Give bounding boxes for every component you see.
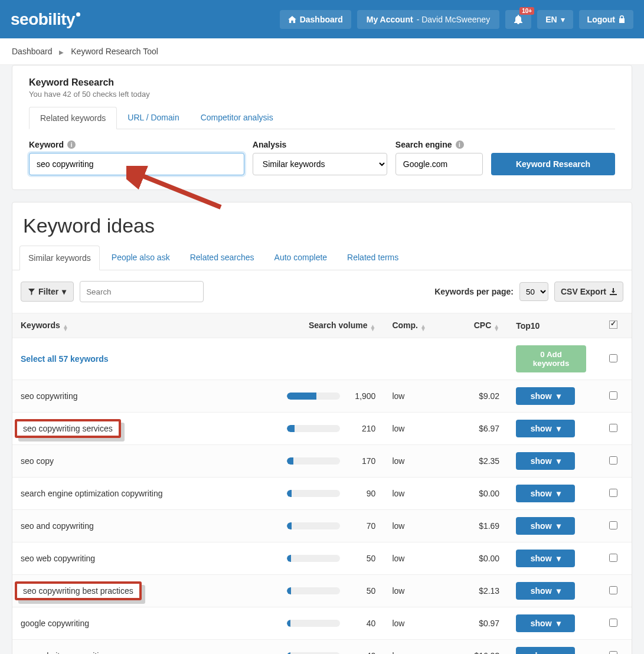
filter-button[interactable]: Filter ▾ [21, 282, 74, 302]
chevron-right-icon: ▶ [59, 49, 64, 55]
logout-button[interactable]: Logout [579, 10, 633, 29]
tab-similar[interactable]: Similar keywords [19, 246, 100, 270]
cell-search-volume: 170 [279, 445, 384, 478]
search-input[interactable] [80, 281, 204, 302]
topbar: seobility Dashboard My Account - David M… [0, 0, 644, 38]
keyword-ideas-panel: Keyword ideas Similar keywords People al… [12, 202, 632, 654]
show-button[interactable]: show ▾ [516, 387, 575, 405]
kpp-select[interactable]: 50 [519, 282, 548, 301]
row-checkbox[interactable] [609, 651, 617, 655]
row-checkbox[interactable] [609, 489, 617, 497]
show-button[interactable]: show ▾ [516, 550, 575, 567]
select-all-row: Select all 57 keywords 0 Add keywords [12, 338, 632, 380]
info-icon[interactable]: i [67, 140, 76, 149]
select-all-checkbox[interactable] [609, 354, 617, 362]
panel-subtitle: You have 42 of 50 checks left today [29, 90, 615, 99]
cell-cpc: $0.00 [446, 542, 508, 575]
engine-input[interactable] [395, 153, 483, 175]
tab-url-domain[interactable]: URL / Domain [117, 107, 189, 129]
breadcrumb-dashboard[interactable]: Dashboard [12, 47, 53, 56]
cell-comp: low [384, 510, 446, 542]
show-button[interactable]: show ▾ [516, 420, 575, 437]
keyword-label: Keyword i [29, 140, 244, 149]
highlight-box: seo copywriting services [15, 419, 121, 438]
col-top10: Top10 [508, 313, 594, 338]
col-keywords[interactable]: Keywords▲▼ [12, 313, 279, 338]
volume-bar [287, 587, 340, 594]
row-checkbox[interactable] [609, 391, 617, 400]
table-row: seo website copywriting 40 low $16.03 sh… [12, 640, 632, 655]
col-comp[interactable]: Comp.▲▼ [384, 313, 446, 338]
lang-button[interactable]: EN ▾ [537, 10, 573, 29]
analysis-select[interactable]: Similar keywords [253, 153, 387, 175]
tab-related-searches[interactable]: Related searches [182, 246, 263, 270]
cell-keyword: seo copywriting services [12, 413, 279, 445]
analysis-label: Analysis [253, 140, 387, 149]
chevron-down-icon: ▾ [557, 521, 561, 531]
notif-badge: 10+ [519, 7, 534, 15]
col-checkall[interactable] [594, 313, 632, 338]
row-checkbox[interactable] [609, 554, 617, 562]
tab-related-terms[interactable]: Related terms [339, 246, 407, 270]
notifications-button[interactable]: 10+ [505, 10, 531, 29]
cell-keyword: search engine optimization copywriting [12, 478, 279, 510]
row-checkbox[interactable] [609, 424, 617, 432]
cell-keyword: google copywriting [12, 607, 279, 640]
cell-search-volume: 90 [279, 478, 384, 510]
show-button[interactable]: show ▾ [516, 517, 575, 535]
cell-cpc: $0.00 [446, 478, 508, 510]
show-button[interactable]: show ▾ [516, 614, 575, 632]
cell-search-volume: 50 [279, 542, 384, 575]
table-row: seo web copywriting 50 low $0.00 show ▾ [12, 542, 632, 575]
logo-dot [76, 12, 80, 17]
cell-search-volume: 210 [279, 413, 384, 445]
row-checkbox[interactable] [609, 619, 617, 627]
cell-search-volume: 40 [279, 640, 384, 655]
tab-people-also-ask[interactable]: People also ask [103, 246, 178, 270]
tab-related-keywords[interactable]: Related keywords [29, 107, 117, 129]
show-button[interactable]: show ▾ [516, 647, 575, 654]
csv-export-button[interactable]: CSV Export [554, 282, 623, 302]
chevron-down-icon: ▾ [561, 15, 565, 24]
ideas-tabs: Similar keywords People also ask Related… [12, 246, 632, 270]
row-checkbox[interactable] [609, 586, 617, 594]
filter-icon [28, 289, 35, 295]
table-row: seo and copywriting 70 low $1.69 show ▾ [12, 510, 632, 542]
table-row: search engine optimization copywriting 9… [12, 478, 632, 510]
table-row: seo copywriting best practices 50 low $2… [12, 575, 632, 607]
row-checkbox[interactable] [609, 456, 617, 465]
table-row: seo copy 170 low $2.35 show ▾ [12, 445, 632, 478]
select-all-link[interactable]: Select all 57 keywords [21, 354, 109, 364]
show-button[interactable]: show ▾ [516, 452, 575, 470]
cell-cpc: $2.35 [446, 445, 508, 478]
add-keywords-button[interactable]: 0 Add keywords [516, 345, 586, 372]
chevron-down-icon: ▾ [62, 287, 66, 296]
row-checkbox[interactable] [609, 521, 617, 529]
cell-cpc: $0.97 [446, 607, 508, 640]
logo[interactable]: seobility [11, 10, 80, 29]
show-button[interactable]: show ▾ [516, 485, 575, 502]
col-cpc[interactable]: CPC▲▼ [446, 313, 508, 338]
keyword-research-panel: Keyword Research You have 42 of 50 check… [12, 65, 632, 190]
cell-cpc: $2.13 [446, 575, 508, 607]
cell-cpc: $9.02 [446, 380, 508, 413]
keyword-research-button[interactable]: Keyword Research [491, 153, 615, 175]
account-button[interactable]: My Account - David McSweeney [357, 10, 499, 29]
info-icon[interactable]: i [456, 140, 464, 149]
cell-cpc: $16.03 [446, 640, 508, 655]
highlight-box: seo copywriting best practices [15, 581, 142, 600]
col-search-volume[interactable]: Search volume▲▼ [279, 313, 384, 338]
chevron-down-icon: ▾ [557, 586, 561, 596]
lock-icon [619, 15, 625, 23]
tab-competitor[interactable]: Competitor analysis [190, 107, 284, 129]
volume-bar [287, 393, 340, 400]
bell-icon [514, 15, 523, 24]
download-icon [610, 288, 617, 295]
dashboard-button[interactable]: Dashboard [280, 10, 351, 29]
keyword-input[interactable] [29, 153, 244, 175]
cell-comp: low [384, 445, 446, 478]
cell-comp: low [384, 607, 446, 640]
tab-autocomplete[interactable]: Auto complete [266, 246, 336, 270]
cell-cpc: $6.97 [446, 413, 508, 445]
show-button[interactable]: show ▾ [516, 582, 575, 600]
